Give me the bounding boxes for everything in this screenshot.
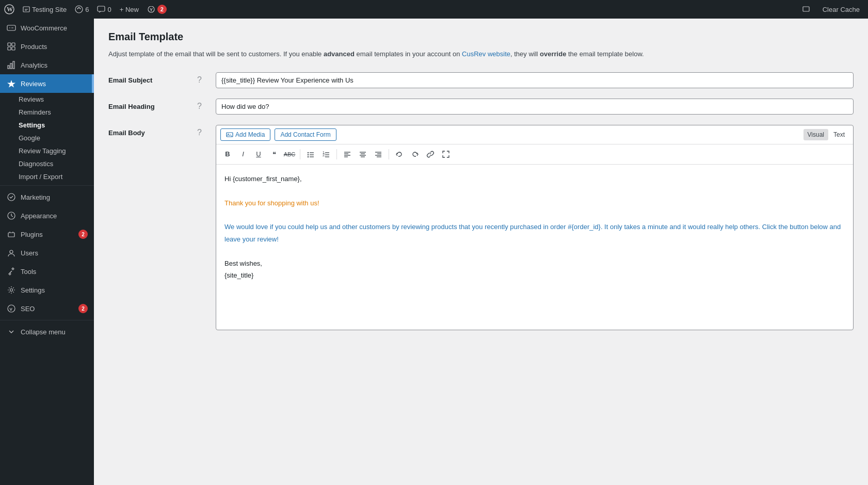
marketing-icon [6,192,17,202]
seo-icon: V [6,303,17,314]
sidebar-item-appearance[interactable]: Appearance [0,206,94,225]
sidebar-item-analytics[interactable]: Analytics [0,56,94,74]
svg-rect-8 [8,43,11,46]
svg-rect-12 [8,66,9,69]
ordered-list-button[interactable]: 1.2. [319,148,333,161]
top-bar: W Testing Site 6 0 + New Y 2 Clear Cache [0,0,868,19]
site-name[interactable]: Testing Site [23,6,67,13]
text-tab[interactable]: Text [829,129,849,140]
svg-rect-6 [803,7,809,11]
email-subject-label: Email Subject [108,72,191,84]
greeting-line: Hi {customer_first_name}, [224,173,845,185]
products-label: Products [21,43,47,51]
clear-cache-button[interactable]: Clear Cache [818,4,864,15]
email-heading-wrap [216,99,854,115]
collapse-label: Collapse menu [21,328,66,336]
reviews-label: Reviews [21,80,46,88]
sidebar-item-tools[interactable]: Tools [0,262,94,281]
submenu-google[interactable]: Google [19,132,94,144]
wp-logo[interactable]: W [4,4,14,14]
align-center-button[interactable] [356,148,370,161]
svg-text:W: W [7,6,13,13]
email-body-help[interactable]: ? [197,125,210,137]
page-title: Email Template [108,31,854,43]
email-body-label: Email Body [108,125,191,137]
updates-item[interactable]: 6 [75,5,89,13]
italic-button[interactable]: I [236,148,250,161]
new-item[interactable]: + New [120,6,139,13]
users-label: Users [21,249,38,257]
bold-button[interactable]: B [220,148,235,161]
toolbar-sep-3 [389,149,389,159]
comments-item[interactable]: 0 [97,5,111,13]
collapse-icon [6,327,17,337]
align-right-button[interactable] [371,148,385,161]
email-heading-input[interactable] [216,99,854,115]
collapse-menu[interactable]: Collapse menu [0,322,94,341]
closing-1: Best wishes, [224,257,845,269]
plugins-label: Plugins [21,231,43,238]
email-heading-help[interactable]: ? [197,99,210,111]
sidebar-item-plugins[interactable]: Plugins 2 [0,225,94,244]
svg-rect-13 [10,63,12,69]
main-content: Email Template Adjust template of the em… [94,19,868,485]
sidebar-item-woocommerce[interactable]: WooCommerce [0,19,94,37]
submenu-reviews[interactable]: Reviews [19,93,94,106]
analytics-icon [6,60,17,70]
svg-point-25 [308,152,309,153]
sidebar-item-users[interactable]: Users [0,244,94,262]
sidebar-item-seo[interactable]: V SEO 2 [0,299,94,318]
undo-button[interactable] [392,148,407,161]
email-subject-input[interactable] [216,72,854,88]
align-left-button[interactable] [340,148,355,161]
marketing-label: Marketing [21,193,50,201]
add-contact-form-button[interactable]: Add Contact Form [275,128,336,141]
submenu-settings[interactable]: Settings [19,119,94,132]
tools-label: Tools [21,268,36,276]
underline-button[interactable]: U [251,148,266,161]
visual-tab[interactable]: Visual [803,129,828,140]
products-icon [6,41,17,52]
reviews-submenu: Reviews Reminders Settings Google Review… [0,93,94,183]
svg-point-26 [308,154,309,155]
svg-text:Y: Y [150,7,153,12]
body-line: We would love if you could help us and o… [224,221,845,245]
cusrev-link[interactable]: CusRev website [462,50,510,58]
woocommerce-icon [6,23,17,33]
editor-wrap: Add Media Add Contact Form Visual Text B… [216,125,854,330]
submenu-diagnostics[interactable]: Diagnostics [19,157,94,170]
redo-button[interactable] [408,148,422,161]
submenu-import-export[interactable]: Import / Export [19,170,94,183]
sidebar-item-reviews[interactable]: Reviews [0,74,94,93]
reviews-star-icon [6,78,17,89]
users-icon [6,248,17,258]
email-subject-help[interactable]: ? [197,72,210,85]
notifications-icon[interactable] [802,5,810,13]
submenu-review-tagging[interactable]: Review Tagging [19,144,94,157]
svg-text:V: V [10,307,13,312]
add-media-button[interactable]: Add Media [220,128,270,141]
email-heading-row: Email Heading ? [108,99,854,115]
editor-top-bar: Add Media Add Contact Form Visual Text [216,125,853,144]
strikethrough-button[interactable]: ABC [282,148,297,161]
unordered-list-button[interactable] [303,148,318,161]
sidebar-item-products[interactable]: Products [0,37,94,56]
blockquote-button[interactable]: ❝ [267,148,281,161]
link-button[interactable] [423,148,438,161]
analytics-label: Analytics [21,61,47,69]
fullscreen-button[interactable] [439,148,453,161]
svg-rect-11 [12,47,15,50]
toolbar-sep-2 [336,149,337,159]
svg-rect-10 [8,47,11,50]
toolbar-sep-1 [300,149,300,159]
submenu-reminders[interactable]: Reminders [19,106,94,119]
sidebar-item-settings[interactable]: Settings [0,281,94,299]
editor-content[interactable]: Hi {customer_first_name}, Thank you for … [216,165,853,330]
sidebar-item-marketing[interactable]: Marketing [0,188,94,206]
email-heading-label: Email Heading [108,99,191,110]
yoast-item[interactable]: Y 2 [147,5,167,14]
svg-point-27 [308,156,309,157]
editor-view-toggle: Visual Text [803,129,849,140]
sidebar: WooCommerce Products Analytics Reviews R… [0,19,94,485]
appearance-icon [6,211,17,221]
